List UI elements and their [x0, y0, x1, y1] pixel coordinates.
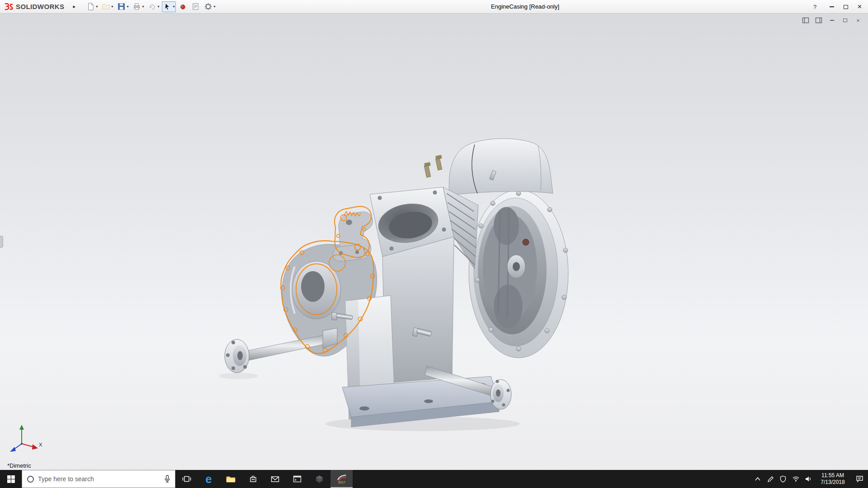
minimize-button[interactable] [825, 1, 838, 13]
engine-casing-model[interactable] [0, 14, 868, 470]
minimize-icon [830, 6, 834, 7]
file-properties-button[interactable] [190, 1, 201, 12]
doc-restore-icon [843, 19, 847, 22]
cube-icon [315, 475, 324, 483]
edge-icon: e [206, 474, 212, 485]
open-dropdown-arrow[interactable]: ▾ [111, 5, 113, 9]
feature-panel-collapse-handle[interactable] [0, 236, 3, 248]
save-dropdown-arrow[interactable]: ▾ [127, 5, 128, 9]
solidworks-version-badge: 2017 [338, 481, 345, 484]
rebuild-icon [179, 2, 187, 11]
cortana-icon[interactable] [27, 476, 34, 483]
solidworks-window: SOLIDWORKS ▸ ▾ ▾ [0, 0, 868, 488]
doc-restore-button[interactable] [840, 16, 849, 24]
gear-icon [204, 2, 212, 11]
new-document-icon [86, 2, 95, 11]
windows-taskbar: e [0, 470, 868, 488]
options-button[interactable]: ▾ [203, 1, 217, 12]
undo-button[interactable]: ▾ [146, 1, 160, 12]
open-button[interactable]: ▾ [100, 1, 114, 12]
command-prompt-button[interactable] [286, 470, 308, 488]
wifi-icon [792, 476, 800, 482]
menu-expand-button[interactable]: ▸ [71, 2, 78, 11]
file-explorer-icon [226, 475, 236, 483]
quick-access-toolbar: ▾ ▾ ▾ [85, 1, 217, 12]
open-folder-icon [102, 2, 110, 11]
pane-left-icon [802, 17, 809, 23]
shield-icon [780, 475, 786, 483]
clock-time: 11:55 AM [821, 472, 844, 479]
view-orientation-label: *Dimetric [7, 462, 31, 469]
store-icon [249, 475, 257, 483]
doc-close-button[interactable]: × [854, 16, 863, 24]
select-cursor-icon [163, 2, 172, 11]
chevron-up-icon [755, 477, 761, 481]
top-cover[interactable] [449, 139, 553, 195]
orientation-triad[interactable]: X [9, 424, 45, 455]
solidworks-taskbar-button[interactable]: 2017 [330, 470, 353, 488]
taskbar-search [22, 470, 175, 488]
maximize-icon [844, 5, 848, 9]
store-button[interactable] [242, 470, 264, 488]
brand-text: SOLIDWORKS [16, 3, 64, 10]
volume-button[interactable] [802, 470, 815, 488]
task-view-icon [182, 475, 191, 483]
close-button[interactable]: × [853, 1, 866, 13]
undo-dropdown-arrow[interactable]: ▾ [157, 5, 159, 9]
edge-button[interactable]: e [198, 470, 220, 488]
hidden-icons-button[interactable] [751, 470, 764, 488]
start-button[interactable] [0, 470, 22, 488]
save-button[interactable]: ▾ [116, 1, 130, 12]
system-tray: 11:55 AM 7/13/2018 [751, 470, 868, 488]
maximize-button[interactable] [839, 1, 852, 13]
clock-date: 7/13/2018 [821, 479, 844, 486]
network-button[interactable] [789, 470, 802, 488]
save-floppy-icon [117, 2, 126, 11]
solidworks-logo: SOLIDWORKS [4, 3, 64, 11]
dassault-mark-icon [4, 3, 14, 11]
windows-ink-button[interactable] [764, 470, 777, 488]
document-window-controls: × [801, 16, 863, 24]
graphics-area[interactable]: × X *Dimetric [0, 14, 868, 470]
new-button[interactable]: ▾ [85, 1, 99, 12]
window-controls: ? × [808, 0, 866, 14]
microphone-icon [164, 475, 170, 483]
mounting-studs[interactable] [424, 155, 442, 178]
mail-button[interactable] [264, 470, 286, 488]
pen-icon [767, 476, 774, 483]
file-explorer-button[interactable] [220, 470, 242, 488]
pane-right-button[interactable] [814, 16, 823, 24]
task-view-button[interactable] [175, 470, 198, 488]
titlebar: SOLIDWORKS ▸ ▾ ▾ [0, 0, 868, 14]
taskbar-clock[interactable]: 11:55 AM 7/13/2018 [815, 470, 851, 488]
pane-left-button[interactable] [801, 16, 810, 24]
clutch-housing[interactable] [469, 190, 568, 358]
z-axis-arrow [10, 447, 16, 452]
new-dropdown-arrow[interactable]: ▾ [96, 5, 98, 9]
mail-icon [271, 476, 279, 483]
security-button[interactable] [777, 470, 789, 488]
speaker-icon [805, 476, 812, 482]
help-button[interactable]: ? [808, 1, 821, 13]
document-title: EngineCasing [Read-only] [491, 0, 559, 14]
pane-right-icon [815, 17, 822, 23]
select-button[interactable]: ▾ [162, 1, 176, 12]
print-dropdown-arrow[interactable]: ▾ [142, 5, 144, 9]
edrawings-button[interactable] [308, 470, 330, 488]
print-icon [132, 2, 141, 11]
action-center-button[interactable] [851, 470, 868, 488]
select-dropdown-arrow[interactable]: ▾ [173, 5, 175, 9]
action-center-icon [856, 475, 863, 483]
file-properties-icon [191, 2, 200, 11]
print-button[interactable]: ▾ [131, 1, 145, 12]
options-dropdown-arrow[interactable]: ▾ [213, 5, 215, 9]
command-prompt-icon [293, 475, 302, 483]
undo-arrow-icon [148, 2, 156, 11]
rebuild-button[interactable] [177, 1, 189, 12]
doc-minimize-icon [830, 20, 834, 21]
microphone-button[interactable] [164, 475, 170, 483]
windows-logo-icon [7, 475, 15, 483]
x-axis-arrow [32, 444, 38, 450]
doc-minimize-button[interactable] [827, 16, 836, 24]
search-input[interactable] [38, 475, 160, 483]
